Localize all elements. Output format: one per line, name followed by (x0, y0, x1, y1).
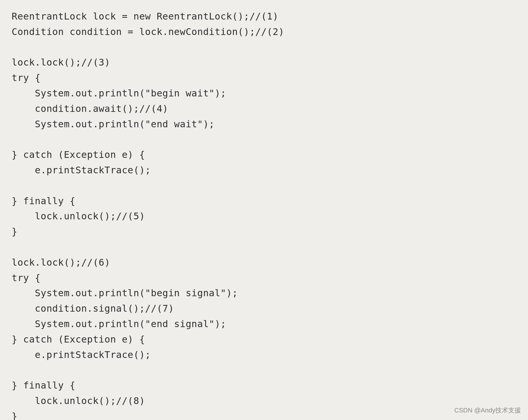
watermark: CSDN @Andy技术支援 (454, 406, 521, 415)
code-block: ReentrantLock lock = new ReentrantLock()… (12, 9, 516, 420)
code-container: ReentrantLock lock = new ReentrantLock()… (12, 9, 516, 420)
